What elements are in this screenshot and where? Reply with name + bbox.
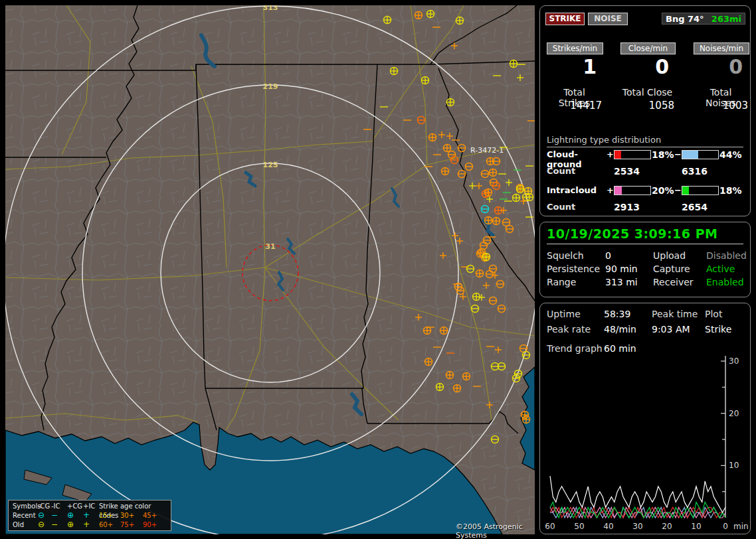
cg-pos-count: 2534 <box>614 166 640 177</box>
ic-pos-bar <box>614 186 651 195</box>
bearing-readout: Bng 74° 263mi <box>662 13 745 25</box>
trend-graph-value: 60 min <box>604 343 636 354</box>
strike-symbol-cgp <box>493 218 500 225</box>
status-row: Persistence 90 min Capture Active <box>540 264 750 275</box>
svg-text:20: 20 <box>729 409 739 418</box>
ic-neg-count: 2654 <box>682 202 708 212</box>
cg-neg-bar <box>682 150 719 159</box>
cloud-ground-count-row: Count 2534 6316 <box>540 166 750 177</box>
strike-symbol-cgp <box>463 373 470 380</box>
legend-header-row: Symbols -CG -IC +CG +IC Strike age color… <box>13 502 167 511</box>
age-60: 60+ <box>99 520 120 530</box>
strike-symbol-cgp <box>523 416 530 424</box>
svg-text:40: 40 <box>603 522 613 531</box>
uptime-row: Uptime 58:39 Peak time Plot <box>540 309 750 321</box>
ic-plus-icon: + <box>83 511 99 520</box>
upload-label: Upload <box>653 250 686 261</box>
close-per-min-plate[interactable]: Close/min <box>620 42 676 54</box>
age-75: 75+ <box>120 520 143 530</box>
strike-symbol-cgp <box>483 254 490 261</box>
svg-text:50: 50 <box>574 522 584 531</box>
svg-text:30: 30 <box>632 522 642 531</box>
count-label: Count <box>547 166 575 176</box>
plot-label: Plot <box>705 309 722 319</box>
peak-time-label: Peak time <box>652 309 698 319</box>
strikes-per-min-plate[interactable]: Strikes/min <box>547 42 603 54</box>
strike-symbol-cgp <box>384 17 391 24</box>
age-45: 45+ <box>143 511 168 520</box>
age-15: 15+ <box>99 511 120 520</box>
trend-graph-label: Trend graph <box>547 343 603 354</box>
strike-symbol-cgp <box>485 189 492 196</box>
upload-value: Disabled <box>706 250 747 261</box>
peak-rate-row: Peak rate 48/min 9:03 AM Strike <box>540 324 750 336</box>
minus-sign: − <box>674 149 682 159</box>
age-30: 30+ <box>120 511 143 520</box>
ic-pos-pct: 20% <box>652 185 674 196</box>
strike-symbol-cgp <box>415 12 423 19</box>
distribution-title: Lightning type distribution <box>547 135 743 147</box>
strike-symbol-cgp <box>447 99 454 106</box>
legend-old-row: Old ⊖ − ⊕ + 60+ 75+ 90+ <box>13 520 167 530</box>
uptime-label: Uptime <box>547 309 581 319</box>
strike-symbol-cgp <box>424 327 431 335</box>
uptime-value: 58:39 <box>604 309 630 319</box>
minus-sign: − <box>674 185 682 195</box>
total-noises-value: 1003 <box>694 100 748 112</box>
legend-old-label: Old <box>13 520 38 530</box>
plot-value: Strike <box>705 324 731 335</box>
total-close-value: 1058 <box>620 100 674 112</box>
plus-sign: + <box>607 149 614 159</box>
total-strikes-value: 14417 <box>547 100 602 112</box>
ic-minus-icon: − <box>51 520 67 530</box>
count-label: Count <box>547 202 575 212</box>
trend-panel: Uptime 58:39 Peak time Plot Peak rate 48… <box>539 303 751 534</box>
cg-minus-icon: ⊖ <box>38 511 51 520</box>
strike-symbol-cgp <box>440 327 448 335</box>
datetime-display: 10/19/2025 3:09:16 PM <box>547 226 743 244</box>
ic-plus-icon: + <box>83 520 99 530</box>
strike-symbol-cgp <box>422 77 429 84</box>
strike-mode-button[interactable]: STRIKE <box>545 13 585 25</box>
ic-pos-count: 2913 <box>614 202 640 212</box>
lightning-map[interactable]: 31321912531 R-3472-1 Symbols -CG -IC +CG… <box>5 5 535 534</box>
counters-panel: STRIKE NOISE Bng 74° 263mi Strikes/min C… <box>539 5 751 216</box>
age-90: 90+ <box>143 520 168 530</box>
svg-text:219: 219 <box>263 82 278 91</box>
receiver-label: Receiver <box>653 277 694 287</box>
strike-symbol-cgp <box>391 68 398 75</box>
svg-text:10: 10 <box>691 522 701 531</box>
cg-neg-count: 6316 <box>682 166 708 177</box>
ic-minus-icon: − <box>51 511 67 520</box>
noises-per-min-plate[interactable]: Noises/min <box>694 42 749 54</box>
range-value: 313 mi <box>605 277 638 287</box>
sidebar: STRIKE NOISE Bng 74° 263mi Strikes/min C… <box>539 0 756 539</box>
svg-text:125: 125 <box>263 161 278 169</box>
intracloud-count-row: Count 2913 2654 <box>540 202 750 212</box>
strike-symbol-cgp <box>425 358 432 366</box>
noises-per-min-value: 0 <box>694 55 748 80</box>
noise-mode-button[interactable]: NOISE <box>588 13 628 25</box>
svg-text:30: 30 <box>729 356 739 366</box>
copyright-text: ©2005 Astrogenic Systems <box>456 522 535 539</box>
cg-plus-icon: ⊕ <box>67 511 83 520</box>
peak-rate-value: 48/min <box>604 324 636 335</box>
legend-recent-label: Recent <box>13 511 38 520</box>
capture-label: Capture <box>653 264 690 274</box>
strike-symbol-cgp <box>490 169 497 177</box>
strike-symbol-cgp <box>436 384 444 391</box>
status-panel: 10/19/2025 3:09:16 PM Squelch 0 Upload D… <box>539 222 751 297</box>
close-per-min-value: 0 <box>620 55 674 80</box>
strike-symbol-cgp <box>454 385 461 392</box>
plus-sign: + <box>607 185 614 195</box>
squelch-value: 0 <box>605 250 611 261</box>
persistence-label: Persistence <box>547 264 600 274</box>
strike-symbol-cgp <box>513 194 520 202</box>
status-row: Range 313 mi Receiver Enabled <box>540 277 750 289</box>
svg-text:min: min <box>733 522 749 531</box>
bearing-label: Bng 74° <box>666 14 704 24</box>
strike-symbol-cgp <box>473 293 480 301</box>
map-legend: Symbols -CG -IC +CG +IC Strike age color… <box>8 500 171 531</box>
strike-symbol-cgp <box>446 372 454 379</box>
strike-symbol-cgp <box>427 11 434 18</box>
